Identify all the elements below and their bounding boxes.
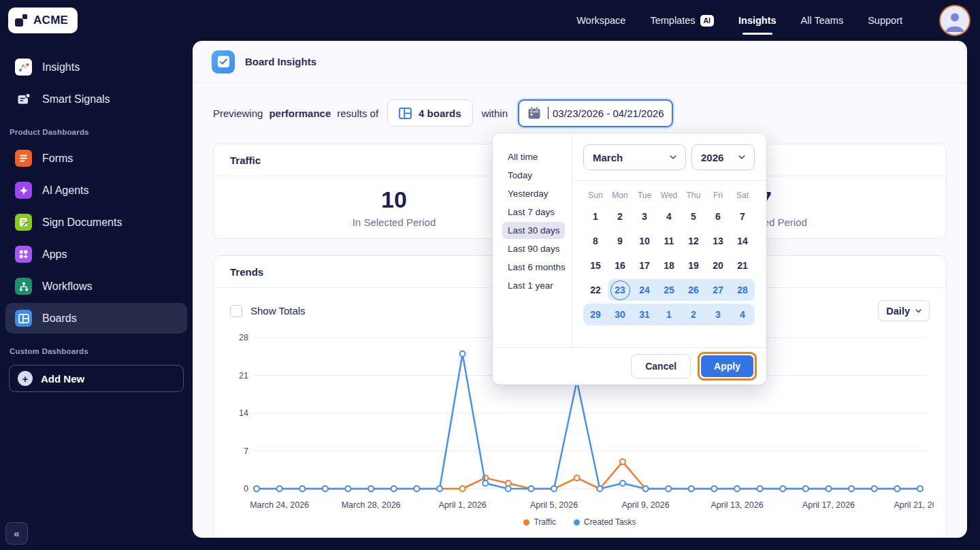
year-select[interactable]: 2026 [691, 144, 755, 170]
calendar-day[interactable]: 30 [608, 302, 632, 327]
preview-metric: performance [269, 108, 331, 119]
calendar-day[interactable]: 31 [632, 302, 657, 327]
calendar-day[interactable]: 22 [583, 278, 608, 302]
preset-last-90-days[interactable]: Last 90 days [502, 240, 565, 257]
sidebar-item-label: Workflows [42, 280, 93, 293]
preset-last-7-days[interactable]: Last 7 days [502, 204, 565, 221]
boards-selector-button[interactable]: 4 boards [387, 99, 473, 127]
calendar-day[interactable]: 27 [706, 278, 730, 302]
calendar-day[interactable]: 1 [657, 302, 681, 327]
calendar-day[interactable]: 26 [681, 278, 706, 302]
board-insights-icon [212, 50, 235, 74]
acme-logo[interactable]: ACME [8, 7, 78, 33]
calendar-day[interactable]: 8 [583, 229, 608, 253]
board-icon [399, 108, 412, 119]
calendar-day[interactable]: 13 [706, 229, 730, 253]
nav-item-workspace[interactable]: Workspace [576, 15, 625, 26]
calendar-day-selected-start[interactable]: 23 [608, 278, 632, 302]
calendar-day[interactable]: 4 [657, 204, 681, 229]
sidebar-item-label: Apps [42, 248, 67, 261]
calendar-day[interactable]: 29 [583, 302, 608, 327]
calendar-day[interactable]: 10 [632, 229, 657, 253]
collapse-icon: « [14, 528, 19, 539]
day-number: 11 [664, 236, 674, 246]
calendar-day[interactable]: 7 [730, 204, 755, 229]
workflows-icon [15, 278, 32, 295]
svg-text:21: 21 [239, 371, 248, 381]
apply-button[interactable]: Apply [701, 355, 753, 377]
sidebar-item-forms[interactable]: Forms [5, 143, 187, 174]
calendar-day[interactable]: 3 [632, 204, 657, 229]
preset-all-time[interactable]: All time [502, 148, 565, 165]
active-nav-underline [742, 33, 772, 35]
preset-last-6-months[interactable]: Last 6 months [502, 259, 565, 276]
granularity-dropdown[interactable]: Daily [878, 300, 930, 321]
svg-text:7: 7 [244, 447, 248, 456]
day-number: 26 [688, 285, 699, 295]
sidebar-item-insights[interactable]: Insights [5, 52, 187, 82]
show-totals-checkbox[interactable] [230, 305, 242, 317]
calendar-day[interactable]: 24 [632, 278, 657, 302]
calendar-day[interactable]: 4 [730, 302, 755, 327]
calendar-day[interactable]: 18 [657, 253, 681, 278]
person-icon [943, 9, 966, 32]
selected-day-ring: 23 [610, 280, 630, 300]
calendar-day[interactable]: 21 [730, 253, 755, 278]
svg-text:March 24, 2026: March 24, 2026 [250, 500, 309, 510]
sidebar-item-boards[interactable]: Boards [5, 303, 187, 334]
date-range-input[interactable]: 03/23/2026 - 04/21/2026 [518, 99, 673, 127]
nav-item-insights[interactable]: Insights [738, 15, 777, 26]
year-value: 2026 [701, 152, 723, 163]
sidebar-item-workflows[interactable]: Workflows [5, 271, 187, 302]
sidebar-item-ai-agents[interactable]: AI Agents [5, 175, 187, 206]
weekday-label: Thu [681, 187, 706, 204]
day-number: 13 [713, 236, 723, 246]
user-avatar[interactable] [939, 5, 970, 36]
preset-last-30-days[interactable]: Last 30 days [502, 222, 565, 239]
calendar-day[interactable]: 9 [608, 229, 632, 253]
nav-item-support[interactable]: Support [868, 15, 902, 26]
calendar-day[interactable]: 20 [706, 253, 730, 278]
day-number: 7 [740, 211, 745, 222]
calendar-day[interactable]: 2 [608, 204, 632, 229]
apps-icon [15, 246, 32, 263]
calendar-day[interactable]: 16 [608, 253, 632, 278]
cancel-button[interactable]: Cancel [631, 354, 691, 378]
boards-icon [15, 310, 32, 327]
legend-dot [523, 519, 529, 525]
preset-today[interactable]: Today [502, 167, 565, 184]
calendar-day[interactable]: 11 [657, 229, 681, 253]
calendar-day[interactable]: 14 [730, 229, 755, 253]
sidebar-item-apps[interactable]: Apps [5, 239, 187, 270]
nav-item-templates[interactable]: TemplatesAI [650, 15, 714, 27]
calendar-day[interactable]: 19 [681, 253, 706, 278]
preset-last-1-year[interactable]: Last 1 year [502, 277, 565, 294]
calendar-day[interactable]: 3 [706, 302, 730, 327]
month-select[interactable]: March [583, 144, 686, 170]
calendar-day[interactable]: 6 [706, 204, 730, 229]
sidebar-item-smart-signals[interactable]: Smart Signals [5, 84, 187, 114]
add-new-button[interactable]: + Add New [9, 365, 184, 392]
sidebar-item-sign-documents[interactable]: Sign Documents [5, 207, 187, 238]
plus-icon: + [18, 371, 33, 386]
preset-yesterday[interactable]: Yesterday [502, 185, 565, 202]
section-product-dashboards: Product Dashboards [0, 116, 193, 142]
calendar-day[interactable]: 1 [583, 204, 608, 229]
day-number: 8 [593, 236, 598, 246]
calendar-day[interactable]: 12 [681, 229, 706, 253]
calendar-day[interactable]: 15 [583, 253, 608, 278]
calendar-day[interactable]: 5 [681, 204, 706, 229]
calendar-day[interactable]: 2 [681, 302, 706, 327]
sidebar-collapse-button[interactable]: « [5, 522, 28, 545]
calendar-day[interactable]: 25 [657, 278, 681, 302]
day-number: 29 [590, 309, 601, 320]
date-picker-popup: All timeTodayYesterdayLast 7 daysLast 30… [493, 133, 766, 385]
nav-item-all-teams[interactable]: All Teams [801, 15, 844, 26]
top-bar: ACME WorkspaceTemplatesAIInsightsAll Tea… [0, 0, 980, 41]
chart-legend: TrafficCreated Tasks [226, 517, 934, 527]
calendar-day[interactable]: 28 [730, 278, 755, 302]
calendar-day[interactable]: 17 [632, 253, 657, 278]
legend-dot [574, 519, 580, 525]
weekday-label: Sun [583, 187, 608, 204]
day-number: 23 [615, 285, 625, 295]
